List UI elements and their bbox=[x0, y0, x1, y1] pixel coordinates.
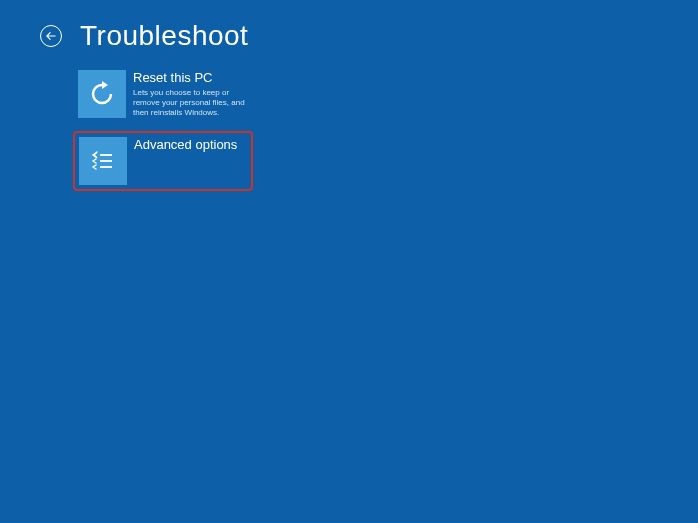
option-advanced[interactable]: Advanced options bbox=[79, 137, 247, 185]
advanced-options-icon bbox=[79, 137, 127, 185]
option-reset-title: Reset this PC bbox=[133, 70, 250, 86]
page-title: Troubleshoot bbox=[80, 20, 248, 52]
highlight-box: Advanced options bbox=[73, 131, 253, 191]
back-button[interactable] bbox=[40, 25, 62, 47]
option-advanced-title: Advanced options bbox=[134, 137, 247, 153]
option-reset-desc: Lets you choose to keep or remove your p… bbox=[133, 88, 250, 119]
back-arrow-icon bbox=[46, 31, 56, 41]
option-reset-pc[interactable]: Reset this PC Lets you choose to keep or… bbox=[78, 70, 250, 119]
reset-icon bbox=[78, 70, 126, 118]
